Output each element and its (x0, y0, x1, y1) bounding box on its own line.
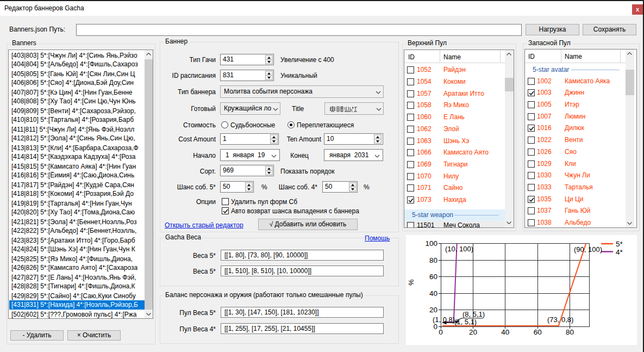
svg-text:0: 0 (439, 328, 443, 336)
svg-text:20: 20 (429, 306, 437, 314)
svg-text:80: 80 (429, 256, 437, 264)
svg-text:40: 40 (429, 289, 437, 298)
svg-text:%: % (407, 279, 415, 286)
svg-text:4*: 4* (616, 248, 623, 256)
svg-text:60: 60 (429, 273, 437, 281)
svg-text:40: 40 (501, 328, 509, 336)
svg-text:60: 60 (534, 328, 542, 336)
svg-text:20: 20 (469, 328, 477, 336)
svg-text:(73, 0,8): (73, 0,8) (547, 316, 573, 324)
svg-text:100: 100 (425, 239, 437, 248)
svg-text:(10, 100): (10, 100) (445, 245, 473, 253)
svg-text:80: 80 (566, 328, 574, 336)
svg-text:(90, 100): (90, 100) (574, 245, 602, 254)
svg-text:5*: 5* (616, 240, 623, 248)
